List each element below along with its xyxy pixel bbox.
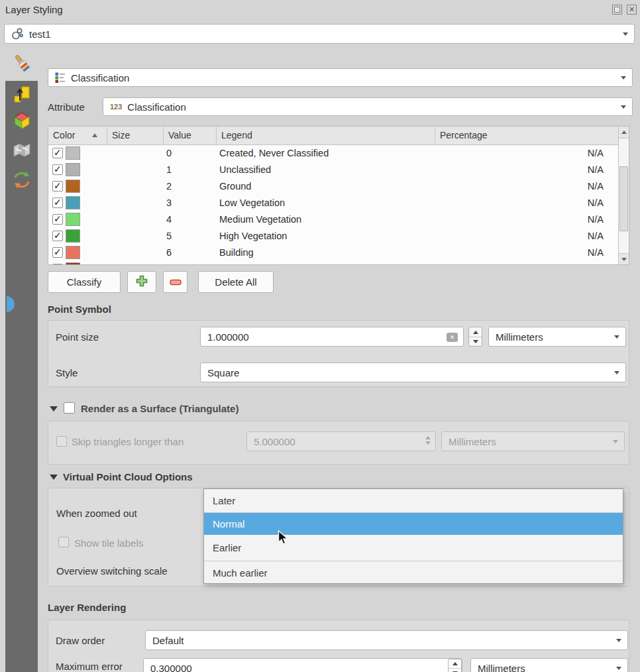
point-size-unit-combo[interactable]: Millimeters	[488, 327, 626, 347]
classified-renderer-icon	[55, 72, 66, 83]
chevron-down-icon	[623, 32, 628, 36]
row-checkbox[interactable]: ✓	[52, 247, 63, 258]
table-row[interactable]: ✓ 4 Medium Vegetation N/A	[48, 211, 618, 228]
renderer-type-combo[interactable]: Classification	[48, 68, 633, 87]
mouse-cursor-icon	[278, 530, 289, 549]
row-checkbox[interactable]: ✓	[52, 181, 63, 192]
column-header-legend[interactable]: Legend	[217, 127, 435, 144]
spin-down-icon[interactable]	[469, 337, 482, 346]
color-swatch[interactable]	[66, 262, 80, 265]
option-much-earlier[interactable]: Much earlier	[204, 561, 623, 584]
tab-labels-map[interactable]	[13, 143, 30, 160]
draw-order-combo[interactable]: Default	[145, 630, 628, 650]
row-checkbox[interactable]: ✓	[52, 264, 63, 265]
collapse-triangle-icon[interactable]	[50, 475, 58, 480]
color-swatch[interactable]	[66, 146, 80, 160]
surface-heading: Render as a Surface (Triangulate)	[81, 403, 239, 414]
add-class-button[interactable]	[127, 271, 156, 293]
chevron-down-icon	[616, 667, 621, 670]
option-earlier[interactable]: Earlier	[204, 535, 623, 561]
row-checkbox[interactable]: ✓	[52, 197, 63, 208]
classification-table: Color Size Value Legend Percentage ✓ 0 C…	[48, 126, 629, 265]
chevron-down-icon	[614, 335, 619, 339]
classify-button[interactable]: Classify	[48, 271, 121, 293]
point-symbol-heading: Point Symbol	[48, 304, 111, 315]
tab-symbology[interactable]	[5, 48, 38, 81]
table-row[interactable]: ✓ 5 High Vegetation N/A	[48, 228, 618, 245]
point-size-input[interactable]: 1.000000 ✕	[200, 327, 464, 347]
collapse-triangle-icon[interactable]	[50, 406, 58, 412]
close-panel-icon[interactable]: ✕	[627, 5, 637, 15]
skip-length-input[interactable]: 5.000000	[246, 431, 436, 451]
tab-elevation[interactable]	[13, 85, 31, 107]
tab-history[interactable]	[13, 170, 31, 194]
surface-checkbox[interactable]	[64, 402, 75, 414]
float-panel-icon[interactable]	[612, 5, 622, 15]
table-body: ✓ 0 Created, Never Classified N/A ✓ 1 Un…	[48, 145, 618, 265]
table-row[interactable]: ✓ 6 Building N/A	[48, 245, 618, 261]
option-normal[interactable]: Normal	[204, 513, 623, 535]
chevron-down-icon	[621, 76, 626, 80]
table-row-clipped[interactable]: ✓ 7 Low Point (Noise) N/A	[48, 261, 618, 265]
chevron-down-icon	[613, 440, 618, 443]
row-checkbox[interactable]: ✓	[52, 231, 63, 241]
spinner-disabled	[425, 436, 431, 445]
column-header-percentage[interactable]: Percentage	[435, 127, 619, 144]
max-error-unit-combo[interactable]: Millimeters	[470, 658, 628, 672]
spin-up-icon[interactable]	[469, 327, 482, 337]
layer-selector[interactable]: test1	[4, 24, 635, 44]
table-row[interactable]: ✓ 1 Unclassified N/A	[48, 162, 618, 178]
column-header-size[interactable]: Size	[107, 127, 164, 144]
layer-rendering-heading: Layer Rendering	[48, 602, 126, 613]
row-checkbox[interactable]: ✓	[52, 214, 63, 225]
attribute-label: Attribute	[48, 101, 85, 113]
style-label: Style	[56, 367, 78, 378]
delete-all-button[interactable]: Delete All	[198, 271, 274, 293]
draw-order-label: Draw order	[56, 635, 105, 646]
max-error-label: Maximum error	[56, 661, 123, 672]
max-error-input[interactable]: 0.300000	[143, 658, 462, 672]
color-swatch[interactable]	[66, 229, 80, 243]
cube-3d-icon	[13, 121, 31, 132]
color-swatch[interactable]	[66, 196, 80, 209]
option-later[interactable]: Later	[204, 489, 623, 512]
color-swatch[interactable]	[66, 213, 80, 226]
scroll-down-button[interactable]	[619, 253, 629, 265]
overview-scale-label: Overview switching scale	[56, 565, 168, 577]
elevation-icon	[13, 95, 31, 107]
scrollbar-thumb[interactable]	[619, 166, 628, 231]
point-size-spinner[interactable]	[468, 327, 482, 347]
table-scrollbar[interactable]	[618, 127, 629, 264]
layer-styling-panel: Layer Styling ✕ test1	[0, 0, 640, 672]
sort-asc-icon	[92, 133, 97, 137]
max-error-spinner[interactable]	[448, 659, 462, 672]
show-tile-labels-checkbox[interactable]	[58, 537, 69, 547]
tab-3d-view[interactable]	[13, 111, 31, 133]
table-row[interactable]: ✓ 3 Low Vegetation N/A	[48, 195, 618, 211]
spin-down-icon[interactable]	[449, 669, 461, 672]
chevron-down-icon	[621, 105, 626, 109]
point-size-label: Point size	[56, 331, 99, 343]
minus-icon	[170, 276, 182, 288]
remove-class-button[interactable]	[163, 271, 187, 293]
plus-icon	[136, 275, 148, 289]
renderer-type-value: Classification	[71, 72, 129, 84]
color-swatch[interactable]	[66, 246, 80, 259]
row-checkbox[interactable]: ✓	[52, 148, 63, 158]
vpc-heading: Virtual Point Cloud Options	[63, 471, 193, 482]
spin-up-icon[interactable]	[449, 659, 461, 669]
attribute-combo[interactable]: 123 Classification	[103, 97, 633, 116]
clear-value-icon[interactable]: ✕	[447, 333, 458, 342]
style-combo[interactable]: Square	[200, 363, 626, 382]
row-checkbox[interactable]: ✓	[52, 164, 63, 175]
scroll-up-button[interactable]	[619, 127, 629, 139]
table-row[interactable]: ✓ 2 Ground N/A	[48, 178, 618, 195]
column-header-color[interactable]: Color	[48, 127, 107, 144]
skip-triangles-checkbox[interactable]	[56, 436, 67, 447]
color-swatch[interactable]	[66, 180, 80, 193]
color-swatch[interactable]	[66, 163, 80, 176]
column-header-value[interactable]: Value	[164, 127, 217, 144]
skip-length-unit-combo[interactable]: Millimeters	[441, 431, 625, 451]
table-row[interactable]: ✓ 0 Created, Never Classified N/A	[48, 145, 618, 162]
integer-field-icon: 123	[110, 103, 122, 111]
